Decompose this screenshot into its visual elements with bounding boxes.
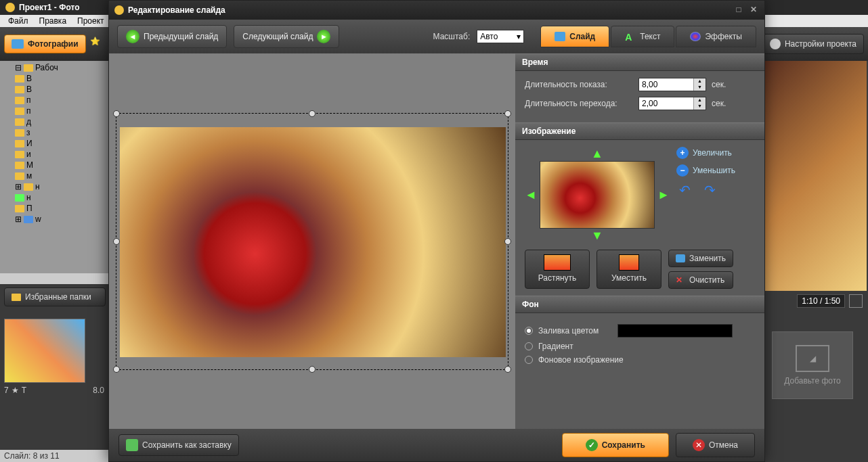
bg-image-radio[interactable]: [525, 356, 533, 364]
zoom-out-button[interactable]: − Уменьшить: [676, 164, 735, 177]
slide-thumbnail[interactable]: [4, 319, 85, 383]
tabs: Слайд A Текст Эффекты: [540, 26, 756, 47]
star-rating-icon[interactable]: ★: [12, 386, 19, 395]
photos-button[interactable]: Фотографии: [4, 34, 86, 53]
show-duration-input[interactable]: ▲▼: [638, 78, 706, 91]
scale-select[interactable]: Авто▾: [477, 30, 524, 43]
gear-icon: [770, 39, 781, 49]
resize-handle[interactable]: [504, 366, 511, 373]
menu-edit[interactable]: Правка: [34, 16, 72, 26]
resize-handle[interactable]: [113, 110, 120, 117]
dialog-icon: [114, 5, 124, 15]
image-section-header: Изображение: [515, 122, 764, 140]
spin-down-icon[interactable]: ▼: [693, 103, 706, 110]
star-icon[interactable]: ⭐: [90, 37, 105, 51]
image-preview: [540, 161, 655, 229]
zoom-in-icon: +: [676, 147, 689, 159]
clear-button[interactable]: ✕ Очистить: [668, 271, 733, 289]
time-section-header: Время: [515, 53, 764, 71]
cancel-button[interactable]: ✕ Отмена: [676, 433, 755, 457]
replace-button[interactable]: Заменить: [668, 250, 733, 267]
show-duration-label: Длительность показа:: [525, 80, 633, 89]
nudge-down-icon[interactable]: ▼: [591, 229, 603, 242]
resize-handle[interactable]: [113, 238, 120, 245]
app-icon: [5, 3, 15, 12]
tab-effects[interactable]: Эффекты: [676, 26, 756, 47]
menu-file[interactable]: Файл: [3, 16, 34, 26]
camera-icon: [676, 254, 685, 262]
resize-handle[interactable]: [309, 110, 316, 117]
edit-slide-dialog: Редактирование слайда □ ✕ ◄ Предыдущий с…: [108, 0, 765, 462]
tab-text[interactable]: A Текст: [611, 26, 674, 47]
maximize-icon[interactable]: □: [733, 5, 744, 16]
resize-handle[interactable]: [113, 366, 120, 373]
camera-icon: [12, 39, 24, 49]
text-icon: A: [625, 32, 636, 41]
fit-button[interactable]: Уместить: [596, 250, 661, 289]
bg-gradient-radio[interactable]: [525, 342, 533, 350]
rotate-right-icon[interactable]: ↷: [704, 182, 716, 198]
resize-handle[interactable]: [504, 238, 511, 245]
dialog-footer: Сохранить как заставку ✓ Сохранить ✕ Отм…: [109, 429, 764, 461]
tab-slide[interactable]: Слайд: [540, 26, 609, 47]
rotate-left-icon[interactable]: ↶: [679, 182, 691, 198]
text-overlay-icon[interactable]: T: [22, 386, 26, 395]
close-icon[interactable]: ✕: [748, 5, 759, 16]
zoom-in-button[interactable]: + Увеличить: [676, 147, 732, 159]
slide-image[interactable]: [120, 127, 506, 357]
project-settings-button[interactable]: Настройки проекта: [762, 34, 864, 54]
resize-handle[interactable]: [504, 110, 511, 117]
selection-rect[interactable]: [116, 113, 508, 370]
transition-duration-input[interactable]: ▲▼: [638, 97, 706, 110]
slide-canvas[interactable]: [109, 53, 515, 429]
delete-icon: ✕: [676, 275, 685, 285]
dialog-title: Редактирование слайда: [128, 5, 225, 15]
cancel-icon: ✕: [693, 439, 705, 451]
next-slide-button[interactable]: Следующий слайд ►: [234, 25, 339, 48]
dialog-toolbar: ◄ Предыдущий слайд Следующий слайд ► Мас…: [109, 20, 764, 53]
favorites-button[interactable]: Избранные папки: [4, 287, 106, 306]
bg-section-header: Фон: [515, 296, 764, 313]
arrow-left-icon: ◄: [126, 30, 139, 43]
thumb-rating: 8.0: [93, 386, 104, 395]
time-display: 1:10 / 1:50: [797, 294, 845, 308]
preview-area: [765, 61, 867, 291]
nudge-right-icon[interactable]: ►: [657, 188, 670, 202]
fit-icon: [619, 254, 639, 271]
scale-label: Масштаб:: [433, 32, 471, 41]
main-title: Проект1 - Фото: [19, 3, 80, 12]
stretch-icon: [544, 254, 571, 271]
status-bar: Слайл: 8 из 11: [0, 450, 108, 462]
tree-scrollbar[interactable]: [0, 273, 108, 284]
prev-slide-button[interactable]: ◄ Предыдущий слайд: [117, 25, 227, 48]
fullscreen-icon[interactable]: [849, 294, 863, 308]
thumbnail-strip: 7 ★ T 8.0: [0, 315, 108, 423]
transition-duration-label: Длительность перехода:: [525, 99, 633, 108]
save-icon: [126, 439, 138, 451]
nudge-left-icon[interactable]: ◄: [525, 188, 537, 202]
spin-up-icon[interactable]: ▲: [693, 78, 706, 85]
nudge-up-icon[interactable]: ▲: [591, 147, 603, 160]
photos-label: Фотографии: [28, 39, 79, 49]
spin-down-icon[interactable]: ▼: [693, 85, 706, 91]
palette-icon: [690, 32, 701, 41]
arrow-right-icon: ►: [317, 30, 330, 43]
stretch-button[interactable]: Растянуть: [525, 250, 590, 289]
menu-project[interactable]: Проект: [72, 16, 110, 26]
add-photo-placeholder[interactable]: ◢ Добавьте фото: [772, 331, 853, 399]
spin-up-icon[interactable]: ▲: [693, 97, 706, 103]
zoom-out-icon: −: [676, 164, 689, 177]
dialog-titlebar: Редактирование слайда □ ✕: [109, 1, 764, 20]
bg-color-swatch[interactable]: [617, 324, 733, 338]
save-button[interactable]: ✓ Сохранить: [562, 433, 669, 457]
folder-icon: [12, 294, 21, 301]
save-as-intro-button[interactable]: Сохранить как заставку: [118, 434, 239, 456]
check-icon: ✓: [586, 439, 598, 451]
bg-fill-radio[interactable]: [525, 327, 533, 335]
thumb-index: 7: [4, 386, 9, 395]
chevron-down-icon: ▾: [517, 32, 521, 41]
slide-icon: [555, 32, 565, 41]
resize-handle[interactable]: [309, 366, 316, 373]
image-placeholder-icon: ◢: [796, 345, 829, 372]
folder-tree[interactable]: ⊟Рабоч В В п п д з И и М м ⊞н н П ⊞w: [0, 61, 108, 284]
